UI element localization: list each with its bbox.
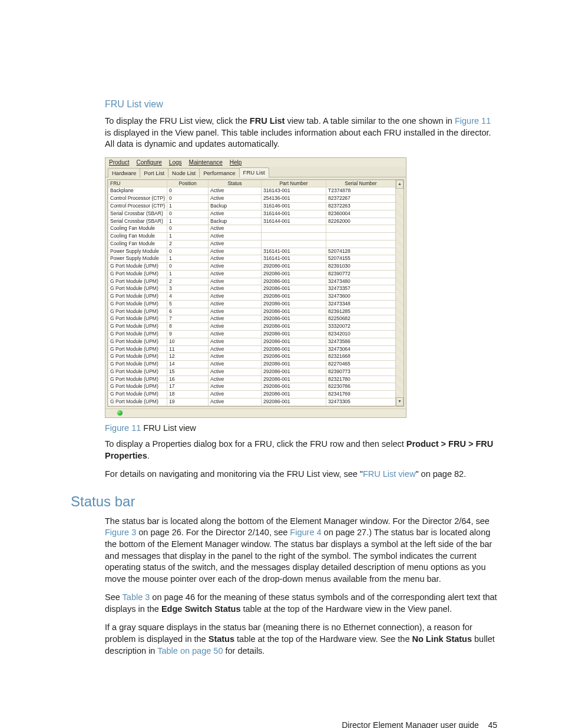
scroll-down-icon[interactable]: ▼ — [396, 397, 404, 406]
tab-node-list[interactable]: Node List — [168, 168, 200, 177]
link-figure-3[interactable]: Figure 3 — [105, 528, 136, 537]
table-row[interactable]: Backplane0Active316143-001T2374878 — [108, 187, 396, 195]
table-row[interactable]: Cooling Fan Module1Active — [108, 233, 396, 241]
cell-serial: 52074128 — [326, 248, 396, 255]
cell-fru: G Port Module (UPM) — [108, 345, 167, 353]
link-figure-4[interactable]: Figure 4 — [290, 528, 321, 537]
table-row[interactable]: G Port Module (UPM)2Active292086-0013247… — [108, 278, 396, 285]
cell-status: Active — [209, 315, 262, 323]
cell-pos: 1 — [167, 218, 209, 225]
menu-help[interactable]: Help — [230, 159, 242, 166]
text-bold: No Link Status — [412, 634, 472, 644]
scrollbar-vertical[interactable]: ▲ ▼ — [395, 180, 404, 406]
tab-port-list[interactable]: Port List — [140, 168, 168, 177]
cell-part: 254136-001 — [262, 195, 326, 203]
scroll-track[interactable] — [396, 189, 404, 397]
table-row[interactable]: Serial Crossbar (SBAR)1Backup316144-0018… — [108, 218, 396, 225]
cell-serial: 82391285 — [326, 308, 396, 315]
text: To display a Properties dialog box for a… — [105, 439, 406, 449]
table-row[interactable]: G Port Module (UPM)15Active292086-001823… — [108, 368, 396, 375]
column-header[interactable]: Part Number — [262, 180, 326, 187]
cell-part: 292086-001 — [262, 391, 326, 398]
cell-status: Active — [209, 345, 262, 353]
cell-part: 316141-001 — [262, 255, 326, 263]
cell-pos: 18 — [167, 391, 209, 398]
table-row[interactable]: G Port Module (UPM)17Active292086-001822… — [108, 383, 396, 391]
menubar: ProductConfigureLogsMaintenanceHelp — [105, 158, 406, 167]
cell-pos: 19 — [167, 398, 209, 406]
paragraph-statusbar-3: If a gray square displays in the status … — [105, 622, 497, 657]
link-table-3[interactable]: Table 3 — [123, 592, 150, 602]
tab-fru-list[interactable]: FRU List — [239, 167, 269, 177]
tab-hardware[interactable]: Hardware — [108, 168, 140, 177]
table-row[interactable]: Power Supply Module0Active316141-0015207… — [108, 248, 396, 255]
cell-status: Active — [209, 375, 262, 383]
link-table-page-50[interactable]: Table on page 50 — [157, 646, 223, 655]
cell-status: Backup — [209, 202, 262, 210]
table-row[interactable]: G Port Module (UPM)5Active292086-0013247… — [108, 300, 396, 308]
table-row[interactable]: G Port Module (UPM)19Active292086-001324… — [108, 398, 396, 406]
menu-maintenance[interactable]: Maintenance — [189, 159, 223, 166]
cell-pos: 0 — [167, 263, 209, 271]
table-row[interactable]: Cooling Fan Module2Active — [108, 240, 396, 248]
cell-pos: 8 — [167, 323, 209, 331]
status-indicator-icon — [117, 410, 123, 416]
fru-table: FRUPositionStatusPart NumberSerial Numbe… — [108, 180, 396, 406]
cell-fru: Control Processor (CTP) — [108, 202, 167, 210]
table-row[interactable]: G Port Module (UPM)7Active292086-0018225… — [108, 315, 396, 323]
table-row[interactable]: G Port Module (UPM)10Active292086-001324… — [108, 338, 396, 345]
menu-product[interactable]: Product — [109, 159, 129, 166]
table-row[interactable]: G Port Module (UPM)9Active292086-0018234… — [108, 331, 396, 338]
table-row[interactable]: Power Supply Module1Active316141-0015207… — [108, 255, 396, 263]
menu-configure[interactable]: Configure — [136, 159, 161, 166]
table-row[interactable]: G Port Module (UPM)3Active292086-0013247… — [108, 285, 396, 293]
cell-part: 316144-001 — [262, 210, 326, 218]
scroll-up-icon[interactable]: ▲ — [396, 180, 404, 189]
table-row[interactable]: G Port Module (UPM)11Active292086-001324… — [108, 345, 396, 353]
cell-serial: 82390773 — [326, 368, 396, 375]
paragraph-properties: To display a Properties dialog box for a… — [105, 439, 497, 462]
cell-fru: G Port Module (UPM) — [108, 375, 167, 383]
table-row[interactable]: Control Processor (CTP)1Backup316146-001… — [108, 202, 396, 210]
table-row[interactable]: Cooling Fan Module0Active — [108, 225, 396, 233]
table-row[interactable]: G Port Module (UPM)6Active292086-0018239… — [108, 308, 396, 315]
tab-performance[interactable]: Performance — [199, 168, 239, 177]
link-figure-11[interactable]: Figure 11 — [455, 116, 491, 126]
column-header[interactable]: FRU — [108, 180, 167, 187]
table-row[interactable]: G Port Module (UPM)8Active292086-0013332… — [108, 323, 396, 331]
column-header[interactable]: Serial Number — [326, 180, 396, 187]
cell-pos: 12 — [167, 353, 209, 361]
table-row[interactable]: Serial Crossbar (SBAR)0Active316144-0018… — [108, 210, 396, 218]
cell-serial: 32473480 — [326, 278, 396, 285]
column-header[interactable]: Position — [167, 180, 209, 187]
column-header[interactable]: Status — [209, 180, 262, 187]
table-row[interactable]: Control Processor (CTP)0Active254136-001… — [108, 195, 396, 203]
cell-part: 292086-001 — [262, 293, 326, 301]
table-row[interactable]: G Port Module (UPM)1Active292086-0018239… — [108, 270, 396, 278]
text-bold: Edge Switch Status — [161, 604, 241, 614]
cell-pos: 0 — [167, 195, 209, 203]
section-heading-fru-list-view: FRU List view — [105, 99, 497, 110]
menu-logs[interactable]: Logs — [169, 159, 182, 166]
footer-page-number: 45 — [488, 720, 497, 728]
cell-part: 292086-001 — [262, 338, 326, 345]
cell-serial: 32473357 — [326, 285, 396, 293]
cell-fru: G Port Module (UPM) — [108, 270, 167, 278]
cell-status: Active — [209, 308, 262, 315]
table-row[interactable]: G Port Module (UPM)0Active292086-0018239… — [108, 263, 396, 271]
cell-part: 316141-001 — [262, 248, 326, 255]
cell-serial: 33320072 — [326, 323, 396, 331]
paragraph-details: For details on navigating and monitoring… — [105, 469, 497, 480]
cell-pos: 2 — [167, 278, 209, 285]
table-row[interactable]: G Port Module (UPM)18Active292086-001823… — [108, 391, 396, 398]
text: on page 26. For the Director 2/140, see — [136, 528, 290, 537]
table-row[interactable]: G Port Module (UPM)12Active292086-001823… — [108, 353, 396, 361]
table-row[interactable]: G Port Module (UPM)16Active292086-001823… — [108, 375, 396, 383]
section-heading-status-bar: Status bar — [71, 493, 497, 510]
link-fru-list-view[interactable]: FRU List view — [363, 469, 415, 479]
cell-status: Active — [209, 187, 262, 195]
cell-pos: 7 — [167, 315, 209, 323]
table-row[interactable]: G Port Module (UPM)4Active292086-0013247… — [108, 293, 396, 301]
text: See — [105, 592, 123, 602]
table-row[interactable]: G Port Module (UPM)14Active292086-001822… — [108, 361, 396, 368]
